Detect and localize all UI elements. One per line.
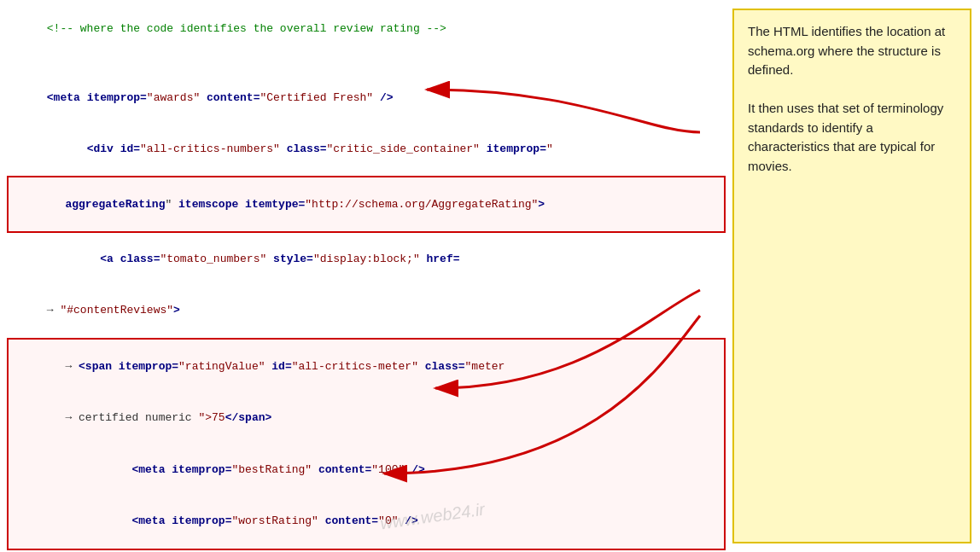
code-line-meta-awards: <meta itemprop="awards" content="Certifi…: [7, 73, 726, 124]
comment-1: <!-- where the code identifies the overa…: [47, 22, 446, 35]
main-container: <!-- where the code identifies the overa…: [0, 0, 980, 552]
tag-meta: <meta: [47, 91, 87, 104]
code-line-div-critics: <div id="all-critics-numbers" class="cri…: [7, 124, 726, 175]
annotation-paragraph-1: The HTML identifies the location at sche…: [748, 22, 956, 80]
code-line-blank1: [7, 55, 726, 72]
code-line-1: <!-- where the code identifies the overa…: [7, 3, 726, 55]
annotation-paragraph-2: It then uses that set of terminology sta…: [748, 99, 956, 176]
annotation-box: The HTML identifies the location at sche…: [732, 9, 971, 543]
code-line-content-reviews: → "#contentReviews">: [7, 285, 726, 336]
code-line-a-tomato: <a class="tomato_numbers" style="display…: [7, 234, 726, 285]
highlight-rating-block: → <span itemprop="ratingValue" id="all-c…: [7, 338, 726, 551]
code-area: <!-- where the code identifies the overa…: [0, 0, 732, 552]
highlight-aggregate-rating: aggregateRating" itemscope itemtype="htt…: [7, 176, 726, 232]
